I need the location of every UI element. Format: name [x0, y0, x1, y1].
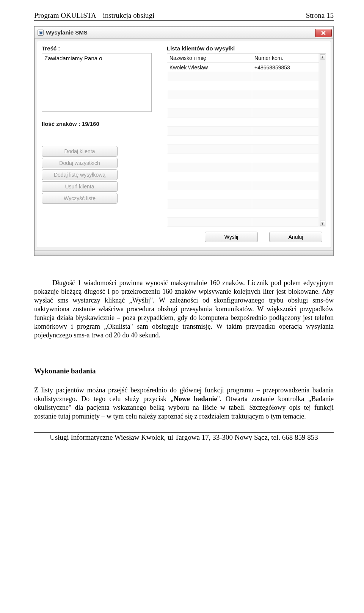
grid-cell-num — [252, 209, 319, 217]
grid-cell-num — [252, 154, 319, 163]
close-button[interactable] — [315, 29, 332, 37]
table-row[interactable] — [167, 163, 319, 172]
table-row[interactable] — [167, 181, 319, 190]
table-row[interactable] — [167, 127, 319, 136]
grid-cell-name — [167, 209, 252, 217]
table-row[interactable] — [167, 209, 319, 218]
table-row[interactable] — [167, 90, 319, 99]
scroll-up-icon[interactable]: ▲ — [320, 54, 325, 60]
table-row[interactable] — [167, 81, 319, 90]
table-row[interactable] — [167, 99, 319, 108]
dodaj-klienta-button[interactable]: Dodaj klienta — [42, 146, 118, 157]
grid-cell-name — [167, 163, 252, 172]
grid-cell-num — [252, 190, 319, 199]
grid-cell-name — [167, 118, 252, 126]
grid-cell-name — [167, 172, 252, 181]
table-row[interactable] — [167, 108, 319, 118]
grid-cell-num — [252, 127, 319, 135]
grid-cell-num — [252, 136, 319, 144]
dodaj-wszystkich-button[interactable]: Dodaj wszystkich — [42, 158, 118, 168]
grid-cell-num — [252, 108, 319, 117]
grid-cell-num: +48668859853 — [252, 63, 319, 72]
header-right: Strona 15 — [306, 11, 334, 20]
table-row[interactable] — [167, 218, 319, 227]
table-row[interactable] — [167, 72, 319, 81]
app-icon: ▣ — [38, 30, 44, 36]
grid-cell-name — [167, 81, 252, 90]
table-row[interactable]: Kwolek Wiesław+48668859853 — [167, 63, 319, 72]
grid-cell-name — [167, 72, 252, 81]
table-row[interactable] — [167, 190, 319, 199]
grid-cell-num — [252, 163, 319, 172]
header-left: Program OKULISTA – instrukcja obsługi — [34, 11, 154, 20]
grid-cell-num — [252, 99, 319, 108]
wyslij-button[interactable]: Wyślij — [205, 232, 258, 242]
table-row[interactable] — [167, 118, 319, 127]
grid-cell-num — [252, 145, 319, 154]
close-icon — [321, 31, 326, 35]
dialog-title: Wysyłanie SMS — [46, 29, 88, 36]
page-footer: Usługi Informatyczne Wiesław Kwolek, ul … — [34, 432, 334, 442]
grid-cell-name — [167, 136, 252, 144]
table-row[interactable] — [167, 145, 319, 154]
grid-cell-num — [252, 81, 319, 90]
section-heading: Wykonanie badania — [34, 367, 334, 375]
grid-cell-num — [252, 172, 319, 181]
grid-cell-num — [252, 218, 319, 226]
tresc-textarea[interactable] — [42, 53, 152, 112]
grid-cell-num — [252, 118, 319, 126]
grid-cell-name — [167, 199, 252, 208]
body-paragraph-1: Długość 1 wiadomości powinna wynosić mak… — [34, 279, 334, 340]
tresc-label: Treść : — [42, 45, 155, 52]
table-row[interactable] — [167, 154, 319, 163]
grid-cell-name — [167, 145, 252, 154]
table-row[interactable] — [167, 172, 319, 181]
usun-klienta-button[interactable]: Usuń klienta — [42, 181, 118, 192]
grid-cell-name — [167, 99, 252, 108]
grid-cell-name — [167, 108, 252, 117]
grid-scrollbar[interactable]: ▲ ▼ — [319, 53, 326, 227]
screenshot-sms-dialog: ▣ Wysyłanie SMS Treść : Ilość zn — [34, 26, 334, 256]
grid-cell-num — [252, 181, 319, 190]
dodaj-liste-button[interactable]: Dodaj listę wysyłkową — [42, 169, 118, 180]
char-count: Ilość znaków : 19/160 — [42, 121, 155, 127]
grid-col-name: Nazwisko i imię — [167, 53, 252, 63]
grid-cell-name — [167, 90, 252, 99]
dialog-status-bar — [35, 250, 333, 256]
grid-cell-name — [167, 154, 252, 163]
grid-cell-num — [252, 90, 319, 99]
table-row[interactable] — [167, 199, 319, 209]
grid-cell-name — [167, 218, 252, 226]
grid-col-num: Numer kom. — [252, 53, 319, 63]
grid-cell-name: Kwolek Wiesław — [167, 63, 252, 72]
anuluj-button[interactable]: Anuluj — [269, 232, 322, 242]
wyczysc-liste-button[interactable]: Wyczyść listę — [42, 193, 118, 204]
table-row[interactable] — [167, 136, 319, 145]
grid-cell-num — [252, 199, 319, 208]
scroll-down-icon[interactable]: ▼ — [320, 221, 325, 226]
lista-label: Lista klientów do wysyłki — [167, 45, 326, 52]
grid-cell-num — [252, 72, 319, 81]
grid-cell-name — [167, 190, 252, 199]
grid-cell-name — [167, 127, 252, 135]
grid-cell-name — [167, 181, 252, 190]
klient-grid[interactable]: Nazwisko i imię Numer kom. Kwolek Wiesła… — [167, 53, 319, 227]
body-paragraph-2: Z listy pacjentów można przejść bezpośre… — [34, 386, 334, 421]
